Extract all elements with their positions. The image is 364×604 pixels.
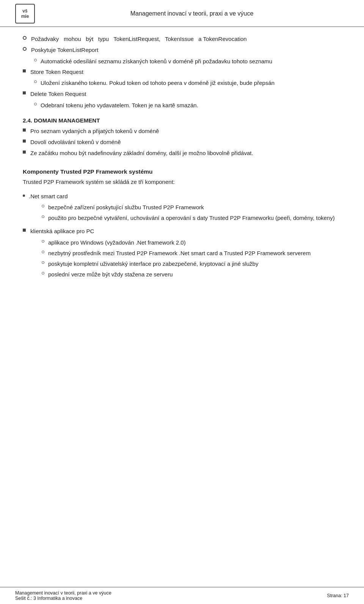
bullet-small-icon [42,272,44,275]
item-text: Automatické odesílání seznamu získaných … [41,57,341,66]
list-level2: Odebraní tokenu jeho vydavatelem. Token … [34,101,341,110]
list-item: Uložení získaného tokenu. Pokud token od… [34,78,341,87]
bullet-small-icon [34,80,37,83]
bullet-circle-icon [23,36,27,40]
bullet-square-icon [23,140,26,143]
component-subtext: Trusted P2P Framework systém se skládá z… [23,177,341,187]
logo-top: vš [22,8,27,14]
bullet-small-icon [42,205,44,207]
item-text: bezpečné zařízení poskytující službu Tru… [48,203,341,212]
footer-page-number: Strana: 17 [327,593,349,598]
klientska-title: klientská aplikace pro PC [30,227,341,235]
item-text: Uložení získaného tokenu. Pokud token od… [41,78,341,87]
item-text: Pro seznam vydaných a přijatých tokenů v… [30,127,341,135]
net-smart-card-list: .Net smart card [23,192,341,201]
list-item: aplikace pro Windows (vyžadován .Net fra… [42,238,341,247]
bullet-small-icon [34,103,37,105]
bullet-small-icon [42,261,44,264]
bullet-square-icon [23,151,26,154]
bullet-circle-icon [23,47,27,51]
list-item: Odebraní tokenu jeho vydavatelem. Token … [34,101,341,110]
net-smart-card-title: .Net smart card [29,192,341,201]
list-item: Dovolí odvolávání tokenů v doméně [23,138,341,146]
item-text: poskytuje kompletní uživatelský interfac… [48,259,341,268]
list-item: Automatické odesílání seznamu získaných … [34,57,341,66]
logo-bottom: mie [21,14,29,19]
delete-token-list: Delete Token Request Odebraní tokenu jeh… [23,89,341,110]
list-item: Ze začátku mohou být nadefinovány základ… [23,149,341,157]
bullet-square-icon [23,69,26,72]
list-item: Poskytuje TokenListReport [23,45,341,54]
page-header: vš mie Management inovací v teorii, prax… [0,0,364,27]
list-item: poslední verze může být vždy stažena ze … [42,270,341,279]
item-text: Store Token Request [30,67,341,76]
list-item: Požadvaky mohou být typu TokenListReques… [23,35,341,43]
dot-bullet-icon [23,195,25,197]
footer-subtitle: Sešit č.: 3 Informatika a inovace [15,596,111,601]
delete-token-text: Delete Token Request [30,89,341,98]
bullet-small-icon [42,251,44,253]
item-text: Požadvaky mohou být typu TokenListReques… [31,35,341,43]
bullet-square-icon [23,229,26,232]
item-text: aplikace pro Windows (vyžadován .Net fra… [48,238,341,247]
list-item: poskytuje kompletní uživatelský interfac… [42,259,341,268]
bullet-small-icon [42,240,44,243]
item-text: Ze začátku mohou být nadefinovány základ… [30,149,341,157]
page-footer: Management inovací v teorii, praxi a ve … [0,587,364,604]
component-heading: Komponenty Trusted P2P Framework systému [23,168,341,175]
klientska-subitems: aplikace pro Windows (vyžadován .Net fra… [42,238,341,279]
bullet-small-icon [42,215,44,218]
item-text: poslední verze může být vždy stažena ze … [48,270,341,279]
section-24-list: Pro seznam vydaných a přijatých tokenů v… [23,127,341,158]
list-item: nezbytný prostředník mezi Trusted P2P Fr… [42,249,341,257]
item-text: Odebraní tokenu jeho vydavatelem. Token … [41,101,341,110]
footer-title: Management inovací v teorii, praxi a ve … [15,590,111,596]
logo: vš mie [15,4,35,24]
top-bullet-list: Požadvaky mohou být typu TokenListReques… [23,35,341,87]
klientska-item: klientská aplikace pro PC [23,227,341,235]
item-text: nezbytný prostředník mezi Trusted P2P Fr… [48,249,341,257]
bullet-square-icon [23,129,26,132]
section-heading-24: 2.4. DOMAIN MANAGEMENT [23,117,341,124]
page-wrapper: vš mie Management inovací v teorii, prax… [0,0,364,604]
list-level2: Uložení získaného tokenu. Pokud token od… [34,78,341,87]
net-smart-card-subitems: bezpečné zařízení poskytující službu Tru… [42,203,341,223]
net-smart-card-item: .Net smart card [23,192,341,201]
list-item: Pro seznam vydaných a přijatých tokenů v… [23,127,341,135]
bullet-square-icon [23,91,26,94]
footer-left: Management inovací v teorii, praxi a ve … [15,590,111,601]
main-content: Požadvaky mohou být typu TokenListReques… [0,27,364,587]
list-item: bezpečné zařízení poskytující službu Tru… [42,203,341,212]
item-text: Dovolí odvolávání tokenů v doméně [30,138,341,146]
header-title: Management inovací v teorii, praxi a ve … [35,10,349,17]
list-level2: Automatické odesílání seznamu získaných … [34,57,341,66]
klientska-list: klientská aplikace pro PC [23,227,341,235]
item-text: použito pro bezpečné vytváření, uchovává… [48,213,341,222]
list-item: Delete Token Request [23,89,341,98]
bullet-small-icon [34,59,37,61]
item-text: Poskytuje TokenListReport [31,45,341,54]
list-item: použito pro bezpečné vytváření, uchovává… [42,213,341,222]
list-item: Store Token Request [23,67,341,76]
